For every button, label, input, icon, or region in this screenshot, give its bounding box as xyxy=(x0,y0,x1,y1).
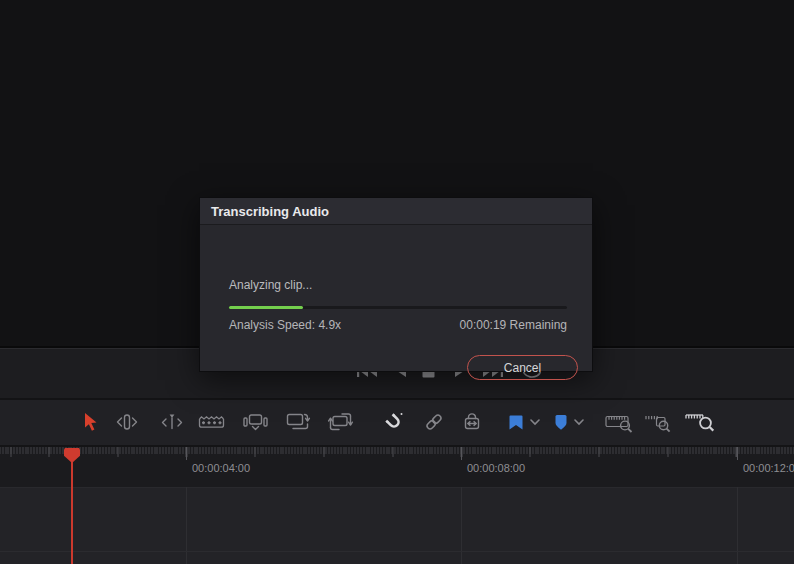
replace-clip-icon xyxy=(327,411,354,433)
dialog-status-text: Analyzing clip... xyxy=(229,278,312,292)
chain-link-icon xyxy=(423,411,445,433)
track-divider-line xyxy=(0,551,794,552)
position-lock-icon xyxy=(461,411,483,433)
snapping-button[interactable] xyxy=(381,408,407,436)
full-extent-zoom-icon xyxy=(604,412,634,433)
marker-button[interactable] xyxy=(551,410,571,434)
progress-fill xyxy=(229,306,303,309)
timecode-label: 00:00:08:00 xyxy=(467,462,525,474)
linked-selection-button[interactable] xyxy=(422,409,446,435)
video-editor-window: 00:00:04:00 00:00:08:00 00:00:12:00 Tran… xyxy=(0,0,794,564)
detail-zoom-button[interactable] xyxy=(643,410,675,434)
trim-edit-mode-button[interactable] xyxy=(113,409,141,435)
razor-edit-mode-button[interactable] xyxy=(196,410,226,434)
dialog-title: Transcribing Audio xyxy=(200,198,592,225)
flag-button[interactable] xyxy=(506,410,526,434)
trim-edit-icon xyxy=(114,412,140,432)
custom-zoom-icon xyxy=(684,411,716,433)
cancel-button[interactable]: Cancel xyxy=(467,355,578,380)
time-remaining-text: 00:00:19 Remaining xyxy=(460,318,567,332)
timeline-tracks-area[interactable] xyxy=(0,487,794,564)
full-extent-zoom-button[interactable] xyxy=(603,410,635,434)
flag-color-dropdown[interactable] xyxy=(528,415,542,429)
timeline-ruler[interactable]: 00:00:04:00 00:00:08:00 00:00:12:00 xyxy=(0,447,794,487)
timeline-gridline xyxy=(737,487,738,564)
cursor-arrow-icon xyxy=(82,412,99,432)
marker-color-dropdown[interactable] xyxy=(572,415,586,429)
playhead-line xyxy=(71,449,73,564)
selection-mode-button[interactable] xyxy=(78,408,102,436)
position-lock-button[interactable] xyxy=(460,409,484,435)
magnet-icon xyxy=(382,410,406,434)
major-tick xyxy=(461,447,462,460)
analysis-speed-text: Analysis Speed: 4.9x xyxy=(229,318,341,332)
insert-clip-button[interactable] xyxy=(241,408,269,436)
progress-bar xyxy=(229,306,567,309)
overwrite-clip-icon xyxy=(285,411,311,433)
timecode-label: 00:00:04:00 xyxy=(192,462,250,474)
dynamic-trim-mode-button[interactable] xyxy=(158,409,186,435)
insert-clip-icon xyxy=(242,411,269,433)
timecode-label: 00:00:12:00 xyxy=(743,462,794,474)
timeline-gridline xyxy=(461,487,462,564)
major-tick xyxy=(737,447,738,460)
marker-icon xyxy=(553,414,569,431)
overwrite-clip-button[interactable] xyxy=(284,408,312,436)
replace-clip-button[interactable] xyxy=(325,408,355,436)
custom-zoom-button[interactable] xyxy=(683,410,717,434)
razor-icon xyxy=(197,413,226,431)
dialog-body: Analyzing clip... Analysis Speed: 4.9x 0… xyxy=(200,225,592,372)
dynamic-trim-icon xyxy=(159,412,185,432)
timeline-toolbar xyxy=(0,400,794,445)
transcribing-audio-dialog: Transcribing Audio Analyzing clip... Ana… xyxy=(199,197,593,372)
detail-zoom-icon xyxy=(644,412,674,433)
chevron-down-icon xyxy=(574,419,584,426)
flag-icon xyxy=(508,414,524,431)
chevron-down-icon xyxy=(530,419,540,426)
timeline-gridline xyxy=(186,487,187,564)
second-ticks xyxy=(0,447,794,457)
major-tick xyxy=(186,447,187,460)
